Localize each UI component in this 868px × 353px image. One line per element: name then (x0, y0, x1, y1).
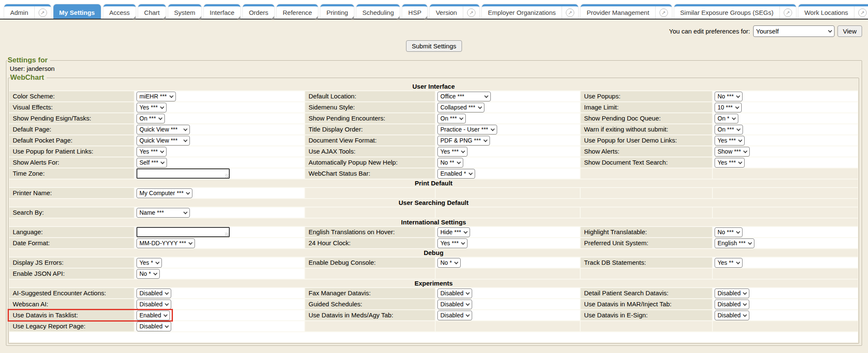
chevron-down-icon (158, 116, 162, 120)
tab-system[interactable]: System (168, 4, 201, 19)
24-hour-clock-select[interactable]: Yes *** (437, 238, 467, 248)
preferred-unit-system-select[interactable]: English *** (715, 238, 754, 248)
color-scheme-value-cell: miEHR *** (135, 91, 304, 101)
external-link-segment[interactable]: ↗ (779, 6, 796, 19)
page-content: You can edit preferences for: Yourself V… (0, 20, 868, 346)
tab-work-locations[interactable]: Work Locations↗ (798, 4, 868, 19)
external-link-segment[interactable]: ↗ (463, 6, 479, 19)
sidemenu-style-select[interactable]: Collapsed *** (437, 103, 484, 112)
warn-if-exiting-without-submit-select[interactable]: On *** (715, 125, 743, 134)
external-link-segment[interactable]: ↗ (655, 6, 672, 19)
show-alerts-for-select[interactable]: Self *** (136, 158, 167, 168)
highlight-translatable-select[interactable]: No *** (715, 227, 743, 237)
select-value: Disabled (139, 323, 162, 330)
chevron-down-icon (184, 138, 188, 142)
tab-version[interactable]: Version↗ (430, 4, 479, 19)
default-page-select[interactable]: Quick View *** (136, 125, 190, 134)
fax-manager-datavis-select[interactable]: Disabled (437, 289, 472, 298)
submit-settings-button[interactable]: Submit Settings (406, 40, 462, 52)
default-pocket-page-select[interactable]: Quick View *** (136, 136, 190, 146)
guided-schedules-select[interactable]: Disabled (437, 300, 472, 309)
tab-admin[interactable]: Admin↗ (4, 4, 51, 19)
empty-cell (436, 188, 580, 198)
tab-printing[interactable]: Printing (320, 4, 354, 19)
tab-employer-organizations[interactable]: Employer Organizations↗ (482, 4, 578, 19)
use-popup-for-patient-links-select[interactable]: Yes *** (136, 147, 167, 157)
select-value: No *** (718, 229, 734, 235)
date-format-select[interactable]: MM-DD-YYYY *** (136, 238, 195, 248)
webchart-status-bar-select[interactable]: Enabled * (437, 169, 475, 179)
image-limit-select[interactable]: 10 *** (715, 103, 742, 112)
tab-similar-exposure-groups-segs[interactable]: Similar Exposure Groups (SEGs)↗ (674, 4, 796, 19)
use-popup-for-patient-links-value-cell: Yes *** (135, 146, 304, 157)
show-alerts-label: Show Alerts: (581, 146, 712, 157)
warn-if-exiting-without-submit-value-cell: On *** (713, 124, 858, 134)
use-datavis-in-meds-agy-tab-label: Use Datavis in Meds/Agy Tab: (305, 310, 435, 320)
use-datavis-in-meds-agy-tab-select[interactable]: Disabled (437, 311, 472, 320)
empty-cell (436, 207, 580, 218)
enable-debug-console-select[interactable]: No * (437, 258, 461, 268)
show-alerts-select[interactable]: Show *** (715, 147, 750, 157)
use-legacy-report-page-select[interactable]: Disabled (136, 322, 171, 331)
select-value: Name *** (139, 209, 164, 216)
detail-patient-search-datavis-select[interactable]: Disabled (715, 289, 749, 298)
external-link-segment[interactable]: ↗ (34, 6, 51, 19)
search-by-select[interactable]: Name *** (136, 208, 190, 218)
tab-provider-management[interactable]: Provider Management↗ (581, 4, 672, 19)
chevron-down-icon (736, 127, 740, 131)
english-translations-on-hover-label: English Translations on Hover: (305, 227, 435, 237)
tab-reference[interactable]: Reference (277, 4, 318, 19)
use-datavis-in-mar-inject-tab-select[interactable]: Disabled (715, 300, 749, 309)
enable-json-api-select[interactable]: No * (136, 269, 160, 279)
use-datavis-in-tasklist-select[interactable]: Enabled (136, 311, 170, 320)
external-link-segment[interactable]: ↗ (562, 6, 578, 19)
preferred-unit-system-value-cell: English *** (713, 238, 858, 248)
edit-preferences-bar: You can edit preferences for: Yourself V… (6, 25, 862, 37)
use-popups-select[interactable]: No *** (715, 92, 743, 101)
external-link-segment[interactable]: ↗ (854, 6, 868, 19)
time-zone-input[interactable] (136, 168, 230, 179)
chevron-down-icon (461, 241, 465, 245)
select-value: English *** (718, 240, 746, 247)
show-pending-esign-tasks-select[interactable]: On *** (136, 114, 165, 123)
language-input[interactable] (136, 227, 230, 237)
select-value: No *** (718, 93, 734, 100)
show-pending-encounters-select[interactable]: On *** (437, 114, 466, 123)
document-view-format-select[interactable]: PDF & PNG *** (437, 136, 490, 146)
select-value: Self *** (139, 159, 158, 166)
default-location-select[interactable]: Office *** (437, 92, 491, 101)
tab-scheduling[interactable]: Scheduling (356, 4, 400, 19)
tab-my-settings[interactable]: My Settings (53, 4, 101, 19)
visual-effects-select[interactable]: Yes *** (136, 103, 167, 112)
title-display-order-value-cell: Practice - User *** (436, 124, 580, 134)
tab-interface[interactable]: Interface (204, 4, 240, 19)
chevron-down-icon (160, 149, 164, 153)
empty-cell (713, 269, 858, 279)
select-value: Yes *** (718, 137, 736, 144)
tab-orders[interactable]: Orders (243, 4, 274, 19)
use-ajax-tools-select[interactable]: Yes *** (437, 147, 467, 157)
printer-name-select[interactable]: My Computer *** (136, 188, 192, 198)
automatically-popup-new-help-select[interactable]: No ** (437, 158, 463, 168)
tab-access[interactable]: Access (103, 4, 136, 19)
view-button[interactable]: View (837, 25, 862, 37)
edit-preferences-select[interactable]: Yourself (753, 25, 835, 37)
select-value: On *** (440, 115, 457, 122)
tab-hsp[interactable]: HSP (402, 4, 427, 19)
tab-chart[interactable]: Chart (138, 4, 166, 19)
webscan-ai-select[interactable]: Disabled (136, 300, 171, 309)
track-db-statements-select[interactable]: Yes ** (715, 258, 743, 268)
use-popup-for-user-demo-links-select[interactable]: Yes *** (715, 136, 745, 146)
guided-schedules-label: Guided Schedules: (305, 299, 435, 309)
ai-suggested-encounter-actions-select[interactable]: Disabled (136, 289, 171, 298)
color-scheme-select[interactable]: miEHR *** (136, 92, 176, 101)
english-translations-on-hover-select[interactable]: Hide *** (437, 227, 470, 237)
display-js-errors-select[interactable]: Yes * (136, 258, 162, 268)
edit-preferences-selected-value: Yourself (756, 28, 779, 35)
chevron-down-icon (748, 241, 752, 245)
show-alerts-for-value-cell: Self *** (135, 157, 304, 168)
use-datavis-in-e-sign-select[interactable]: Disabled (715, 311, 749, 320)
show-pending-doc-queue-select[interactable]: On * (715, 114, 738, 123)
show-document-text-search-select[interactable]: Yes *** (715, 158, 745, 168)
title-display-order-select[interactable]: Practice - User *** (437, 125, 497, 134)
